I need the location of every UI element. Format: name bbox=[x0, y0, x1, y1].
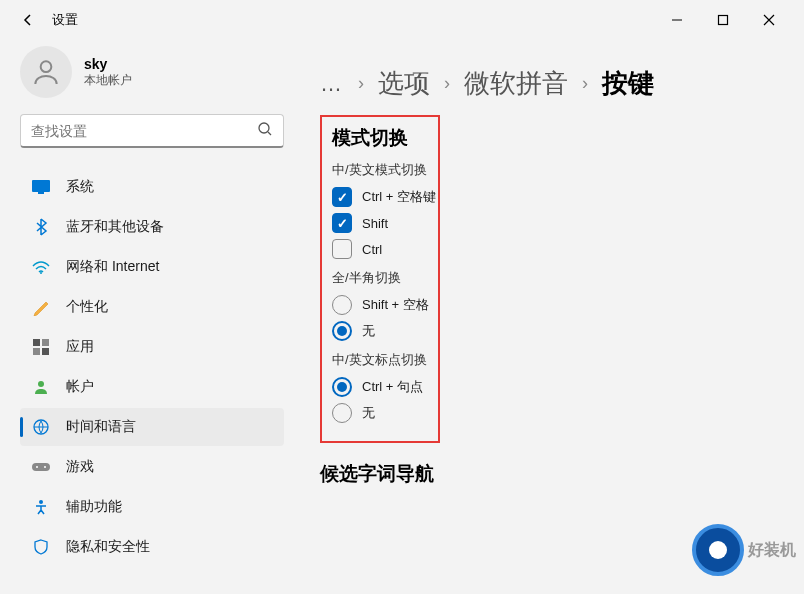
user-name: sky bbox=[84, 56, 132, 72]
user-type: 本地帐户 bbox=[84, 72, 132, 89]
account-icon bbox=[32, 378, 50, 396]
personalize-icon bbox=[32, 298, 50, 316]
nav-label: 时间和语言 bbox=[66, 418, 136, 436]
nav-label: 隐私和安全性 bbox=[66, 538, 150, 556]
apps-icon bbox=[32, 338, 50, 356]
subsection-title: 中/英文标点切换 bbox=[332, 351, 428, 369]
nav-label: 帐户 bbox=[66, 378, 94, 396]
nav-label: 网络和 Internet bbox=[66, 258, 159, 276]
highlighted-section: 模式切换 中/英文模式切换 Ctrl + 空格键 Shift Ctrl 全/半角… bbox=[320, 115, 440, 443]
svg-rect-14 bbox=[32, 463, 50, 471]
nav-label: 系统 bbox=[66, 178, 94, 196]
nav-apps[interactable]: 应用 bbox=[20, 328, 284, 366]
radio-none-fullhalf[interactable]: 无 bbox=[332, 321, 428, 341]
nav-label: 辅助功能 bbox=[66, 498, 122, 516]
checkbox-icon bbox=[332, 213, 352, 233]
radio-shift-space[interactable]: Shift + 空格 bbox=[332, 295, 428, 315]
svg-line-4 bbox=[268, 132, 271, 135]
checkbox-ctrl[interactable]: Ctrl bbox=[332, 239, 428, 259]
breadcrumb-item[interactable]: 微软拼音 bbox=[464, 66, 568, 101]
svg-rect-10 bbox=[33, 348, 40, 355]
svg-rect-8 bbox=[33, 339, 40, 346]
svg-point-16 bbox=[44, 466, 46, 468]
breadcrumb-item[interactable]: 选项 bbox=[378, 66, 430, 101]
minimize-button[interactable] bbox=[654, 4, 700, 36]
checkbox-ctrl-space[interactable]: Ctrl + 空格键 bbox=[332, 187, 428, 207]
nav-time-language[interactable]: 时间和语言 bbox=[20, 408, 284, 446]
avatar bbox=[20, 46, 72, 98]
nav-label: 游戏 bbox=[66, 458, 94, 476]
nav-label: 蓝牙和其他设备 bbox=[66, 218, 164, 236]
nav-accessibility[interactable]: 辅助功能 bbox=[20, 488, 284, 526]
svg-point-3 bbox=[259, 123, 269, 133]
svg-point-2 bbox=[41, 61, 52, 72]
chevron-right-icon: › bbox=[582, 73, 588, 94]
checkbox-shift[interactable]: Shift bbox=[332, 213, 428, 233]
nav-bluetooth[interactable]: 蓝牙和其他设备 bbox=[20, 208, 284, 246]
breadcrumb-current: 按键 bbox=[602, 66, 654, 101]
user-info[interactable]: sky 本地帐户 bbox=[20, 40, 284, 114]
search-input[interactable] bbox=[31, 123, 257, 139]
checkbox-icon bbox=[332, 187, 352, 207]
option-label: Ctrl + 句点 bbox=[362, 378, 423, 396]
subsection-title: 中/英文模式切换 bbox=[332, 161, 428, 179]
nav-privacy[interactable]: 隐私和安全性 bbox=[20, 528, 284, 566]
chevron-right-icon: › bbox=[358, 73, 364, 94]
nav-label: 应用 bbox=[66, 338, 94, 356]
close-icon bbox=[763, 14, 775, 26]
checkbox-icon bbox=[332, 239, 352, 259]
titlebar: 设置 bbox=[0, 0, 804, 40]
main-content: … › 选项 › 微软拼音 › 按键 模式切换 中/英文模式切换 Ctrl + … bbox=[300, 40, 804, 594]
svg-point-12 bbox=[38, 381, 44, 387]
search-box[interactable] bbox=[20, 114, 284, 148]
breadcrumb: … › 选项 › 微软拼音 › 按键 bbox=[320, 66, 784, 101]
person-icon bbox=[30, 56, 62, 88]
radio-icon bbox=[332, 321, 352, 341]
close-button[interactable] bbox=[746, 4, 792, 36]
gaming-icon bbox=[32, 458, 50, 476]
nav-account[interactable]: 帐户 bbox=[20, 368, 284, 406]
radio-ctrl-period[interactable]: Ctrl + 句点 bbox=[332, 377, 428, 397]
svg-rect-6 bbox=[38, 192, 44, 194]
nav-list: 系统 蓝牙和其他设备 网络和 Internet 个性化 应用 帐户 bbox=[20, 168, 284, 566]
minimize-icon bbox=[671, 14, 683, 26]
breadcrumb-more[interactable]: … bbox=[320, 71, 344, 97]
radio-icon bbox=[332, 295, 352, 315]
watermark-logo-icon bbox=[692, 524, 744, 576]
svg-point-15 bbox=[36, 466, 38, 468]
subsection-title: 全/半角切换 bbox=[332, 269, 428, 287]
maximize-button[interactable] bbox=[700, 4, 746, 36]
nav-gaming[interactable]: 游戏 bbox=[20, 448, 284, 486]
option-label: Ctrl + 空格键 bbox=[362, 188, 436, 206]
nav-system[interactable]: 系统 bbox=[20, 168, 284, 206]
nav-label: 个性化 bbox=[66, 298, 108, 316]
timelang-icon bbox=[32, 418, 50, 436]
svg-rect-11 bbox=[42, 348, 49, 355]
watermark: 好装机 bbox=[692, 524, 796, 576]
svg-rect-9 bbox=[42, 339, 49, 346]
window-controls bbox=[654, 4, 792, 36]
section-title: 模式切换 bbox=[332, 125, 428, 151]
svg-point-17 bbox=[39, 500, 43, 504]
option-label: Ctrl bbox=[362, 242, 382, 257]
option-label: Shift + 空格 bbox=[362, 296, 429, 314]
option-label: 无 bbox=[362, 404, 375, 422]
nav-personalize[interactable]: 个性化 bbox=[20, 288, 284, 326]
nav-network[interactable]: 网络和 Internet bbox=[20, 248, 284, 286]
window-title: 设置 bbox=[52, 11, 78, 29]
svg-point-7 bbox=[40, 272, 42, 274]
accessibility-icon bbox=[32, 498, 50, 516]
bluetooth-icon bbox=[32, 218, 50, 236]
network-icon bbox=[32, 258, 50, 276]
maximize-icon bbox=[717, 14, 729, 26]
system-icon bbox=[32, 178, 50, 196]
option-label: Shift bbox=[362, 216, 388, 231]
back-button[interactable] bbox=[12, 4, 44, 36]
radio-icon bbox=[332, 403, 352, 423]
privacy-icon bbox=[32, 538, 50, 556]
section-title: 候选字词导航 bbox=[320, 461, 784, 487]
radio-icon bbox=[332, 377, 352, 397]
arrow-left-icon bbox=[20, 12, 36, 28]
search-icon bbox=[257, 121, 273, 141]
radio-none-punct[interactable]: 无 bbox=[332, 403, 428, 423]
